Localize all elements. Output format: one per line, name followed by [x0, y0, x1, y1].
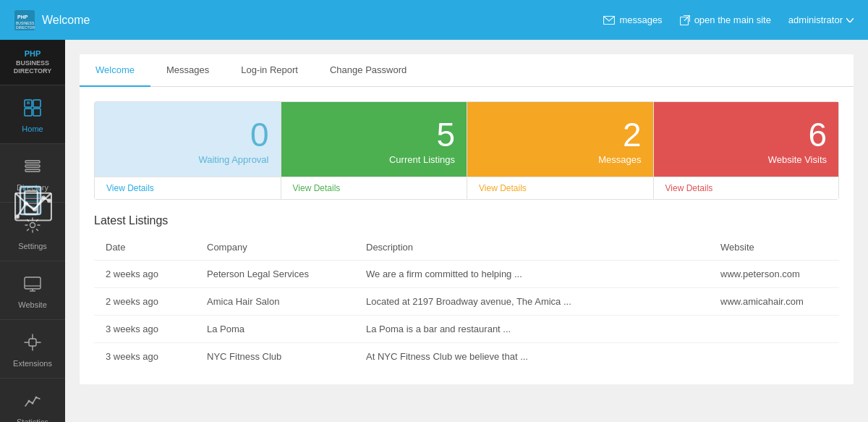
extensions-icon	[23, 333, 42, 352]
messages-details[interactable]: View Details	[467, 177, 653, 199]
stat-website-visits: 6 Website Visits View Details	[653, 101, 840, 200]
topbar-actions: messages open the main site administrato…	[603, 14, 854, 25]
website-icon	[23, 274, 42, 293]
logo-business: BUSINESS	[16, 59, 49, 67]
logo-icon: PHP BUSINESS DIRECTORY	[14, 10, 35, 30]
user-menu[interactable]: administrator	[788, 14, 854, 25]
open-site-link[interactable]: open the main site	[680, 14, 771, 25]
col-description: Description	[354, 235, 709, 261]
tab-welcome[interactable]: Welcome	[80, 54, 150, 87]
cell-company: La Poma	[195, 316, 354, 343]
svg-rect-17	[25, 277, 41, 289]
tab-change-password[interactable]: Change Password	[314, 54, 422, 87]
content-area: Welcome Messages Log-in Report Change Pa…	[65, 40, 868, 422]
svg-rect-9	[25, 109, 32, 116]
cell-date: 2 weeks ago	[94, 288, 195, 316]
tabs-bar: Welcome Messages Log-in Report Change Pa…	[80, 54, 854, 87]
sidebar-settings-label: Settings	[18, 242, 47, 250]
svg-point-23	[32, 402, 34, 405]
cell-description: Located at 2197 Broadway avenue, The Ami…	[354, 288, 709, 316]
logo-area: PHP BUSINESS DIRECTORY	[14, 10, 35, 30]
sidebar-website-label: Website	[18, 300, 47, 309]
website-visits-details[interactable]: View Details	[654, 177, 839, 199]
sidebar-item-home[interactable]: Home	[0, 85, 65, 144]
current-listings-number: 5	[293, 118, 456, 151]
cell-description: La Poma is a bar and restaurant ...	[354, 316, 709, 343]
svg-rect-8	[33, 100, 41, 107]
svg-rect-14	[25, 165, 40, 167]
svg-point-24	[35, 397, 38, 399]
sidebar-item-statistics[interactable]: Statistics	[0, 379, 65, 422]
listings-table: Date Company Description Website 2 weeks…	[94, 235, 839, 370]
cell-website	[709, 316, 839, 343]
sidebar-home-label: Home	[22, 125, 43, 133]
open-site-label: open the main site	[694, 14, 771, 25]
stat-waiting-top: 0 Waiting Approval	[95, 102, 281, 177]
website-visits-number: 6	[665, 118, 827, 151]
stat-listings-top: 5 Current Listings	[281, 102, 467, 177]
svg-rect-13	[25, 161, 40, 163]
cell-website: www.amicahair.com	[709, 288, 839, 316]
stat-current-listings: 5 Current Listings View Details	[281, 101, 467, 200]
messages-number: 2	[479, 118, 642, 151]
cell-date: 3 weeks ago	[94, 343, 195, 371]
logo-directory: DIRECTORY	[14, 67, 52, 75]
sidebar-statistics-label: Statistics	[17, 418, 48, 422]
cell-company: Peterson Legal Services	[195, 261, 354, 288]
cell-description: We are a firm committed to helping ...	[354, 261, 709, 288]
tab-login-report[interactable]: Log-in Report	[225, 54, 314, 87]
table-row: 3 weeks agoLa PomaLa Poma is a bar and r…	[94, 316, 839, 343]
cell-company: Amica Hair Salon	[195, 288, 354, 316]
svg-rect-15	[25, 169, 40, 172]
cell-date: 3 weeks ago	[94, 316, 195, 343]
cell-company: NYC Fitness Club	[195, 343, 354, 371]
cell-date: 2 weeks ago	[94, 261, 195, 288]
svg-text:PHP: PHP	[17, 14, 28, 20]
cell-description: At NYC Fitness Club we believe that ...	[354, 343, 709, 371]
stat-messages: 2 Messages View Details	[467, 101, 653, 200]
svg-point-22	[28, 400, 30, 402]
messages-label: messages	[619, 14, 662, 25]
col-website: Website	[709, 235, 839, 261]
sidebar-item-website[interactable]: Website	[0, 261, 65, 320]
sidebar-logo: PHP BUSINESS DIRECTORY	[0, 40, 65, 85]
logo-php: PHP	[25, 49, 41, 58]
current-listings-label: Current Listings	[293, 154, 456, 165]
svg-rect-10	[33, 109, 41, 116]
topbar: PHP BUSINESS DIRECTORY Welcome messages …	[0, 0, 868, 40]
sidebar-item-extensions[interactable]: Extensions	[0, 320, 65, 379]
user-label: administrator	[788, 14, 843, 25]
col-company: Company	[195, 235, 354, 261]
col-date: Date	[94, 235, 195, 261]
page-title: Welcome	[42, 14, 603, 27]
cell-website	[709, 343, 839, 371]
messages-link[interactable]: messages	[603, 14, 662, 25]
website-visits-label: Website Visits	[665, 154, 827, 165]
svg-line-6	[684, 15, 690, 20]
sidebar: PHP BUSINESS DIRECTORY Home	[0, 40, 65, 422]
sidebar-extensions-label: Extensions	[13, 359, 52, 368]
waiting-approval-label: Waiting Approval	[106, 154, 269, 165]
main-layout: PHP BUSINESS DIRECTORY Home	[0, 40, 868, 422]
cell-website: www.peterson.com	[709, 261, 839, 288]
waiting-approval-number: 0	[106, 118, 269, 151]
tab-messages[interactable]: Messages	[150, 54, 225, 87]
stat-waiting-approval: 0 Waiting Approval View Details	[94, 101, 281, 200]
table-row: 3 weeks agoNYC Fitness ClubAt NYC Fitnes…	[94, 343, 839, 371]
waiting-approval-details[interactable]: View Details	[95, 177, 281, 199]
message-icon	[603, 16, 615, 25]
home-icon	[23, 98, 42, 117]
directory-icon	[23, 157, 42, 176]
stat-messages-top: 2 Messages	[467, 102, 653, 177]
external-link-icon	[680, 15, 690, 25]
messages-stat-label: Messages	[479, 154, 642, 165]
table-row: 2 weeks agoAmica Hair SalonLocated at 21…	[94, 288, 839, 316]
svg-text:DIRECTORY: DIRECTORY	[16, 25, 35, 30]
current-listings-details[interactable]: View Details	[281, 177, 467, 199]
latest-listings-title: Latest Listings	[80, 200, 854, 235]
svg-rect-21	[29, 339, 36, 346]
main-card: Welcome Messages Log-in Report Change Pa…	[80, 54, 854, 384]
stats-grid: 0 Waiting Approval View Details	[94, 101, 839, 200]
statistics-icon	[23, 392, 42, 410]
stat-visits-top: 6 Website Visits	[654, 102, 839, 177]
